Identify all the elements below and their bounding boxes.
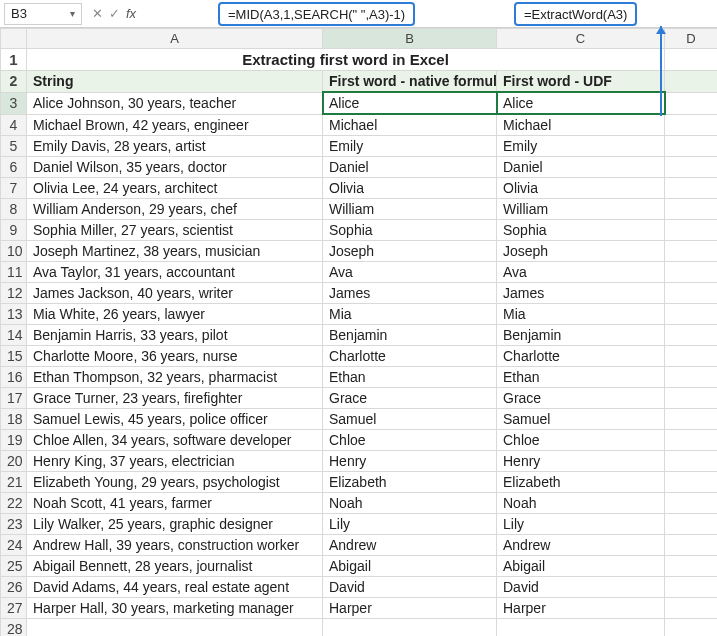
cell[interactable] xyxy=(665,556,718,577)
row-head[interactable]: 5 xyxy=(1,136,27,157)
cell-first-word-native[interactable]: Lily xyxy=(323,514,497,535)
header-udf[interactable]: First word - UDF xyxy=(497,71,665,93)
row-head[interactable]: 7 xyxy=(1,178,27,199)
cell-first-word-udf[interactable]: Emily xyxy=(497,136,665,157)
cell-string[interactable]: Sophia Miller, 27 years, scientist xyxy=(27,220,323,241)
cell[interactable] xyxy=(665,514,718,535)
row-head[interactable]: 14 xyxy=(1,325,27,346)
cell-first-word-native[interactable]: Samuel xyxy=(323,409,497,430)
accept-icon[interactable]: ✓ xyxy=(109,6,120,21)
cell-string[interactable]: Chloe Allen, 34 years, software develope… xyxy=(27,430,323,451)
select-all-corner[interactable] xyxy=(1,29,27,49)
cell-first-word-udf[interactable]: Benjamin xyxy=(497,325,665,346)
cell-first-word-udf[interactable]: Olivia xyxy=(497,178,665,199)
row-head[interactable]: 8 xyxy=(1,199,27,220)
cell[interactable] xyxy=(665,114,718,136)
row-head[interactable]: 28 xyxy=(1,619,27,637)
cell-first-word-native[interactable]: Andrew xyxy=(323,535,497,556)
cell-string[interactable]: Olivia Lee, 24 years, architect xyxy=(27,178,323,199)
cell[interactable] xyxy=(665,367,718,388)
cell[interactable] xyxy=(665,472,718,493)
cell-first-word-native[interactable]: William xyxy=(323,199,497,220)
cell-string[interactable]: Michael Brown, 42 years, engineer xyxy=(27,114,323,136)
cell[interactable] xyxy=(665,262,718,283)
cell-string[interactable]: James Jackson, 40 years, writer xyxy=(27,283,323,304)
cell[interactable] xyxy=(665,619,718,637)
cell[interactable] xyxy=(665,71,718,93)
header-native[interactable]: First word - native formula xyxy=(323,71,497,93)
cancel-icon[interactable]: ✕ xyxy=(92,6,103,21)
row-head[interactable]: 21 xyxy=(1,472,27,493)
row-head[interactable]: 13 xyxy=(1,304,27,325)
cell-first-word-native[interactable]: Charlotte xyxy=(323,346,497,367)
row-head[interactable]: 3 xyxy=(1,92,27,114)
header-string[interactable]: String xyxy=(27,71,323,93)
cell-first-word-native[interactable]: David xyxy=(323,577,497,598)
cell-string[interactable]: Mia White, 26 years, lawyer xyxy=(27,304,323,325)
row-head[interactable]: 10 xyxy=(1,241,27,262)
cell[interactable] xyxy=(665,49,718,71)
cell-string[interactable]: Lily Walker, 25 years, graphic designer xyxy=(27,514,323,535)
cell-string[interactable]: Benjamin Harris, 33 years, pilot xyxy=(27,325,323,346)
cell-string[interactable]: Joseph Martinez, 38 years, musician xyxy=(27,241,323,262)
row-head[interactable]: 18 xyxy=(1,409,27,430)
cell[interactable] xyxy=(665,92,718,114)
chevron-down-icon[interactable]: ▾ xyxy=(70,8,75,19)
cell[interactable] xyxy=(323,619,497,637)
row-head[interactable]: 20 xyxy=(1,451,27,472)
row-head[interactable]: 26 xyxy=(1,577,27,598)
row-head[interactable]: 23 xyxy=(1,514,27,535)
row-head[interactable]: 19 xyxy=(1,430,27,451)
cell-first-word-udf[interactable]: Lily xyxy=(497,514,665,535)
row-head[interactable]: 24 xyxy=(1,535,27,556)
cell[interactable] xyxy=(665,577,718,598)
cell-first-word-udf[interactable]: Sophia xyxy=(497,220,665,241)
cell[interactable] xyxy=(665,241,718,262)
cell-first-word-udf[interactable]: Joseph xyxy=(497,241,665,262)
cell-first-word-native[interactable]: James xyxy=(323,283,497,304)
sheet-title[interactable]: Extracting first word in Excel xyxy=(27,49,665,71)
cell-first-word-udf[interactable]: Michael xyxy=(497,114,665,136)
cell-first-word-udf[interactable]: Chloe xyxy=(497,430,665,451)
cell-first-word-udf[interactable]: Harper xyxy=(497,598,665,619)
cell[interactable] xyxy=(27,619,323,637)
cell-string[interactable]: Elizabeth Young, 29 years, psychologist xyxy=(27,472,323,493)
cell[interactable] xyxy=(665,178,718,199)
cell-string[interactable]: Samuel Lewis, 45 years, police officer xyxy=(27,409,323,430)
spreadsheet-grid[interactable]: A B C D 1 Extracting first word in Excel… xyxy=(0,28,717,636)
name-box[interactable]: B3 ▾ xyxy=(4,3,82,25)
col-head-B[interactable]: B xyxy=(323,29,497,49)
cell-first-word-native[interactable]: Emily xyxy=(323,136,497,157)
cell[interactable] xyxy=(665,199,718,220)
cell-first-word-udf[interactable]: Noah xyxy=(497,493,665,514)
row-head[interactable]: 6 xyxy=(1,157,27,178)
cell-first-word-udf[interactable]: James xyxy=(497,283,665,304)
cell-string[interactable]: Charlotte Moore, 36 years, nurse xyxy=(27,346,323,367)
cell[interactable] xyxy=(665,598,718,619)
row-head[interactable]: 9 xyxy=(1,220,27,241)
cell[interactable] xyxy=(665,346,718,367)
cell-string[interactable]: William Anderson, 29 years, chef xyxy=(27,199,323,220)
cell[interactable] xyxy=(665,493,718,514)
cell-first-word-udf[interactable]: Ava xyxy=(497,262,665,283)
cell-string[interactable]: Harper Hall, 30 years, marketing manager xyxy=(27,598,323,619)
cell-first-word-native[interactable]: Ava xyxy=(323,262,497,283)
cell-first-word-native[interactable]: Ethan xyxy=(323,367,497,388)
cell-first-word-native[interactable]: Alice xyxy=(323,92,497,114)
cell-string[interactable]: Emily Davis, 28 years, artist xyxy=(27,136,323,157)
cell-first-word-native[interactable]: Elizabeth xyxy=(323,472,497,493)
cell-string[interactable]: Henry King, 37 years, electrician xyxy=(27,451,323,472)
row-head[interactable]: 16 xyxy=(1,367,27,388)
cell-string[interactable]: Daniel Wilson, 35 years, doctor xyxy=(27,157,323,178)
cell-first-word-udf[interactable]: Elizabeth xyxy=(497,472,665,493)
cell-first-word-udf[interactable]: Henry xyxy=(497,451,665,472)
cell-first-word-native[interactable]: Abigail xyxy=(323,556,497,577)
cell-first-word-native[interactable]: Joseph xyxy=(323,241,497,262)
cell-first-word-native[interactable]: Harper xyxy=(323,598,497,619)
cell-first-word-native[interactable]: Benjamin xyxy=(323,325,497,346)
cell-first-word-udf[interactable]: Grace xyxy=(497,388,665,409)
cell[interactable] xyxy=(665,157,718,178)
row-head[interactable]: 11 xyxy=(1,262,27,283)
cell[interactable] xyxy=(665,409,718,430)
row-head[interactable]: 27 xyxy=(1,598,27,619)
